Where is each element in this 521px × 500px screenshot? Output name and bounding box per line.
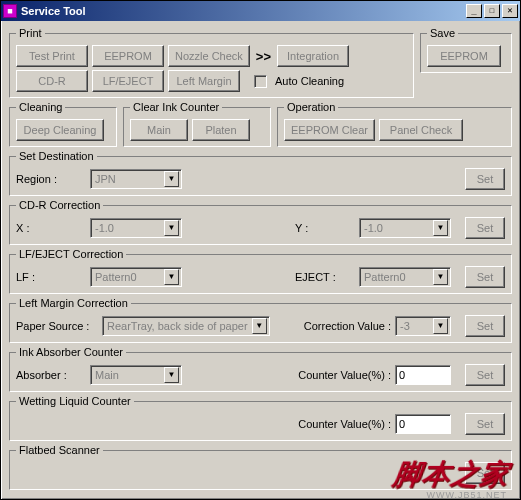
absorber-value: Main — [95, 369, 119, 381]
cd-r-button[interactable]: CD-R — [16, 70, 88, 92]
panel-check-button[interactable]: Panel Check — [379, 119, 463, 141]
correction-value-select[interactable]: -3▼ — [395, 316, 451, 336]
flatbed-set-button[interactable]: Set — [465, 462, 505, 484]
cdr-y-value: -1.0 — [364, 222, 383, 234]
content-area: Print Test Print EEPROM Nozzle Check >> … — [1, 21, 520, 497]
chevron-down-icon: ▼ — [433, 318, 448, 334]
lfeject-correction-group: LF/EJECT Correction LF : Pattern0▼ EJECT… — [9, 248, 512, 294]
lf-value: Pattern0 — [95, 271, 137, 283]
minimize-button[interactable]: _ — [466, 4, 482, 18]
nozzle-check-button[interactable]: Nozzle Check — [168, 45, 250, 67]
lf-label: LF : — [16, 271, 86, 283]
cleaning-group: Cleaning Deep Cleaning — [9, 101, 117, 147]
flatbed-scanner-legend: Flatbed Scanner — [16, 444, 103, 456]
paper-source-label: Paper Source : — [16, 320, 98, 332]
deep-cleaning-button[interactable]: Deep Cleaning — [16, 119, 104, 141]
ink-counter-input[interactable]: 0 — [395, 365, 451, 385]
cdr-x-value: -1.0 — [95, 222, 114, 234]
correction-value: -3 — [400, 320, 410, 332]
left-margin-set-button[interactable]: Set — [465, 315, 505, 337]
clear-ink-platen-button[interactable]: Platen — [192, 119, 250, 141]
left-margin-correction-legend: Left Margin Correction — [16, 297, 131, 309]
app-icon: ■ — [3, 4, 17, 18]
save-eeprom-button[interactable]: EEPROM — [427, 45, 501, 67]
ink-counter-label: Counter Value(%) : — [298, 369, 391, 381]
paper-source-value: RearTray, back side of paper — [107, 320, 248, 332]
chevron-down-icon: ▼ — [252, 318, 267, 334]
print-group: Print Test Print EEPROM Nozzle Check >> … — [9, 27, 414, 98]
chevron-down-icon: ▼ — [164, 171, 179, 187]
cdr-correction-group: CD-R Correction X : -1.0▼ Y : -1.0▼ Set — [9, 199, 512, 245]
wetting-liquid-group: Wetting Liquid Counter Counter Value(%) … — [9, 395, 512, 441]
ink-counter-value: 0 — [399, 369, 405, 381]
eject-select[interactable]: Pattern0▼ — [359, 267, 451, 287]
left-margin-correction-group: Left Margin Correction Paper Source : Re… — [9, 297, 512, 343]
wetting-counter-label: Counter Value(%) : — [298, 418, 391, 430]
cdr-x-select[interactable]: -1.0▼ — [90, 218, 182, 238]
cdr-set-button[interactable]: Set — [465, 217, 505, 239]
clear-ink-main-button[interactable]: Main — [130, 119, 188, 141]
cleaning-legend: Cleaning — [16, 101, 65, 113]
integration-button[interactable]: Integration — [277, 45, 349, 67]
print-legend: Print — [16, 27, 45, 39]
chevron-down-icon: ▼ — [164, 220, 179, 236]
left-margin-button[interactable]: Left Margin — [168, 70, 240, 92]
absorber-label: Absorber : — [16, 369, 86, 381]
test-print-button[interactable]: Test Print — [16, 45, 88, 67]
auto-cleaning-checkbox[interactable] — [254, 75, 267, 88]
eeprom-print-button[interactable]: EEPROM — [92, 45, 164, 67]
cdr-y-label: Y : — [295, 222, 355, 234]
lfeject-set-button[interactable]: Set — [465, 266, 505, 288]
eject-value: Pattern0 — [364, 271, 406, 283]
region-label: Region : — [16, 173, 86, 185]
set-destination-set-button[interactable]: Set — [465, 168, 505, 190]
operation-group: Operation EEPROM Clear Panel Check — [277, 101, 512, 147]
ink-absorber-legend: Ink Absorber Counter — [16, 346, 126, 358]
flatbed-scanner-group: Flatbed Scanner Set — [9, 444, 512, 490]
save-legend: Save — [427, 27, 458, 39]
eeprom-clear-button[interactable]: EEPROM Clear — [284, 119, 375, 141]
wetting-set-button[interactable]: Set — [465, 413, 505, 435]
absorber-select[interactable]: Main▼ — [90, 365, 182, 385]
lf-select[interactable]: Pattern0▼ — [90, 267, 182, 287]
operation-legend: Operation — [284, 101, 338, 113]
auto-cleaning-label: Auto Cleaning — [275, 75, 344, 87]
wetting-counter-value: 0 — [399, 418, 405, 430]
paper-source-select[interactable]: RearTray, back side of paper▼ — [102, 316, 270, 336]
close-button[interactable]: ✕ — [502, 4, 518, 18]
window-title: Service Tool — [21, 5, 464, 17]
wetting-liquid-legend: Wetting Liquid Counter — [16, 395, 134, 407]
cdr-x-label: X : — [16, 222, 86, 234]
titlebar: ■ Service Tool _ ☐ ✕ — [1, 1, 520, 21]
correction-value-label: Correction Value : — [304, 320, 391, 332]
region-select[interactable]: JPN▼ — [90, 169, 182, 189]
eject-label: EJECT : — [295, 271, 355, 283]
wetting-counter-input[interactable]: 0 — [395, 414, 451, 434]
chevron-down-icon: ▼ — [433, 220, 448, 236]
set-destination-legend: Set Destination — [16, 150, 97, 162]
arrow-icon: >> — [254, 49, 273, 64]
clear-ink-group: Clear Ink Counter Main Platen — [123, 101, 271, 147]
chevron-down-icon: ▼ — [433, 269, 448, 285]
clear-ink-legend: Clear Ink Counter — [130, 101, 222, 113]
ink-absorber-set-button[interactable]: Set — [465, 364, 505, 386]
lfeject-correction-legend: LF/EJECT Correction — [16, 248, 126, 260]
set-destination-group: Set Destination Region : JPN▼ Set — [9, 150, 512, 196]
chevron-down-icon: ▼ — [164, 367, 179, 383]
chevron-down-icon: ▼ — [164, 269, 179, 285]
lf-eject-button[interactable]: LF/EJECT — [92, 70, 164, 92]
save-group: Save EEPROM — [420, 27, 512, 73]
cdr-y-select[interactable]: -1.0▼ — [359, 218, 451, 238]
region-value: JPN — [95, 173, 116, 185]
ink-absorber-group: Ink Absorber Counter Absorber : Main▼ Co… — [9, 346, 512, 392]
cdr-correction-legend: CD-R Correction — [16, 199, 103, 211]
app-window: ■ Service Tool _ ☐ ✕ Print Test Print EE… — [0, 0, 521, 500]
maximize-button[interactable]: ☐ — [484, 4, 500, 18]
